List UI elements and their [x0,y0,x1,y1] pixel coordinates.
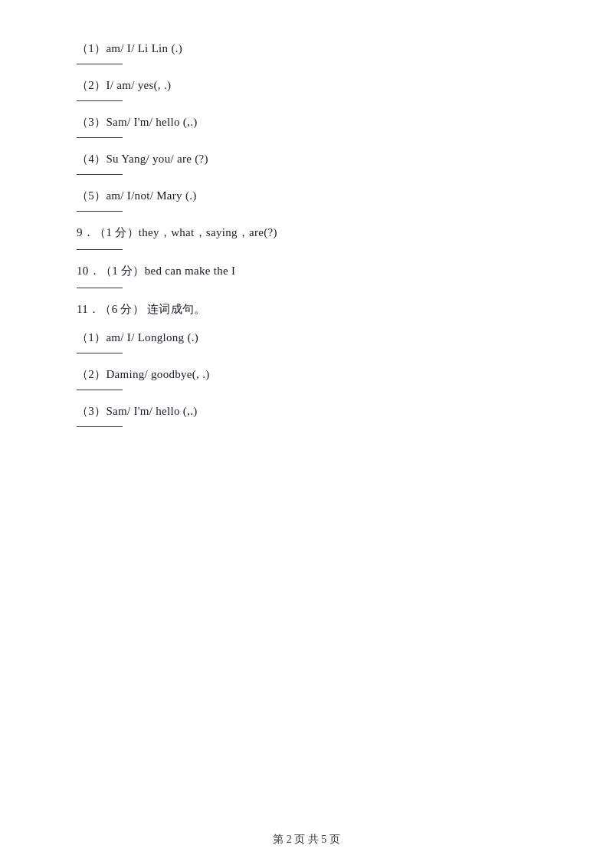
question-9: 9．（1 分）they，what，saying，are(?) [77,222,552,250]
question-11-sub3: （3）Sam/ I'm/ hello (,.) [77,401,552,427]
question-11: 11．（6 分） 连词成句。 （1）am/ I/ Longlong (.) （2… [77,299,552,427]
q9-answer-line [77,249,123,250]
page-footer: 第 2 页 共 5 页 [0,833,613,847]
q8-sub4-answer-line [77,174,123,175]
q11-sub2-answer-line [77,390,123,390]
question-11-sub1: （1）am/ I/ Longlong (.) [77,327,552,353]
question-8-sub3: （3）Sam/ I'm/ hello (,.) [77,112,552,138]
q10-header: 10．（1 分）bed can make the I [77,261,552,281]
question-8-sub1: （1）am/ I/ Li Lin (.) [77,38,552,64]
q8-sub2-text: （2）I/ am/ yes(, .) [77,75,552,96]
question-10: 10．（1 分）bed can make the I [77,261,552,288]
q11-sub3-answer-line [77,426,123,427]
q11-sub1-text: （1）am/ I/ Longlong (.) [77,327,552,348]
q8-sub5-text: （5）am/ I/not/ Mary (.) [77,186,552,206]
q8-sub3-text: （3）Sam/ I'm/ hello (,.) [77,112,552,133]
q8-sub2-answer-line [77,100,123,101]
q8-sub1-answer-line [77,64,123,64]
q10-answer-line [77,288,123,288]
question-8-sub5: （5）am/ I/not/ Mary (.) [77,186,552,212]
question-8-sub4: （4）Su Yang/ you/ are (?) [77,149,552,175]
q11-sub1-answer-line [77,353,123,353]
question-11-sub2: （2）Daming/ goodbye(, .) [77,364,552,390]
q8-sub4-text: （4）Su Yang/ you/ are (?) [77,149,552,169]
q8-sub3-answer-line [77,137,123,138]
q9-header: 9．（1 分）they，what，saying，are(?) [77,222,552,243]
question-8-sub2: （2）I/ am/ yes(, .) [77,75,552,101]
page-content: （1）am/ I/ Li Lin (.) （2）I/ am/ yes(, .) … [0,0,613,484]
q8-sub5-answer-line [77,211,123,212]
q11-header: 11．（6 分） 连词成句。 [77,299,552,320]
q11-sub2-text: （2）Daming/ goodbye(, .) [77,364,552,385]
q11-sub3-text: （3）Sam/ I'm/ hello (,.) [77,401,552,422]
q8-sub1-text: （1）am/ I/ Li Lin (.) [77,38,552,59]
footer-text: 第 2 页 共 5 页 [273,833,340,845]
